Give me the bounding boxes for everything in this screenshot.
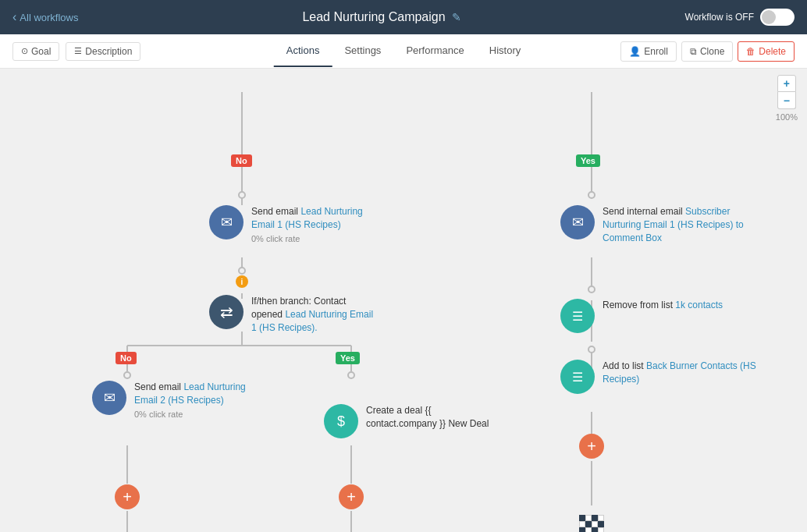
send-internal-label: Send internal email xyxy=(603,206,685,217)
branch-yes-label-1: Yes xyxy=(576,154,600,167)
workflow-title: Lead Nurturing Campaign xyxy=(302,10,445,24)
connector-dot-5 xyxy=(588,346,595,353)
enroll-label: Enroll xyxy=(644,46,668,57)
remove-from-list-link[interactable]: 1k contacts xyxy=(675,300,723,310)
edit-title-icon[interactable]: ✎ xyxy=(452,11,461,23)
enroll-button[interactable]: 👤 Enroll xyxy=(620,41,677,62)
branch-no-label-2: No xyxy=(116,352,137,364)
delete-icon: 🗑 xyxy=(746,46,755,57)
send-email-1-text: Send email Lead Nurturing Email 1 (HS Re… xyxy=(251,205,376,245)
send-email-1-subtext: 0% click rate xyxy=(251,233,376,245)
send-email-1-label: Send email xyxy=(251,206,300,217)
workflow-toggle[interactable] xyxy=(760,9,795,26)
description-label: Description xyxy=(85,46,132,57)
description-icon: ☰ xyxy=(74,46,82,56)
zoom-level: 100% xyxy=(776,112,798,122)
back-label: All workflows xyxy=(20,12,78,23)
clone-icon: ⧉ xyxy=(690,46,697,57)
workflow-status-label: Workflow is OFF xyxy=(685,12,754,23)
header-right: Workflow is OFF xyxy=(685,9,795,26)
connector-dot-3 xyxy=(238,267,246,275)
add-to-list-node[interactable]: ☰ Add to list Back Burner Contacts (HS R… xyxy=(560,360,759,394)
create-deal-label: Create a deal {{ contact.company }} New … xyxy=(366,405,489,429)
end-marker-right xyxy=(579,515,604,532)
workflow-canvas: + − 100% xyxy=(0,69,807,532)
send-email-2-label: Send email xyxy=(134,381,183,392)
branch-no-label-1: No xyxy=(231,154,252,167)
send-email-2-node[interactable]: ✉ Send email Lead Nurturing Email 2 (HS … xyxy=(92,381,259,420)
info-icon[interactable]: i xyxy=(236,275,248,288)
remove-from-list-icon: ☰ xyxy=(560,299,595,333)
send-email-2-text: Send email Lead Nurturing Email 2 (HS Re… xyxy=(134,381,259,420)
enroll-icon: 👤 xyxy=(629,46,641,57)
connector-dot-6 xyxy=(123,371,131,379)
delete-button[interactable]: 🗑 Delete xyxy=(738,41,795,62)
if-then-text: If/then branch: Contact opened Lead Nurt… xyxy=(251,295,376,334)
zoom-in-button[interactable]: + xyxy=(777,75,796,92)
goal-button[interactable]: ⊙ Goal xyxy=(12,42,59,61)
add-step-button-left[interactable]: + xyxy=(115,484,140,509)
send-email-1-node[interactable]: ✉ Send email Lead Nurturing Email 1 (HS … xyxy=(209,205,376,245)
toolbar-tabs: Actions Settings Performance History xyxy=(274,35,534,67)
clone-button[interactable]: ⧉ Clone xyxy=(681,41,733,62)
goal-label: Goal xyxy=(31,46,51,57)
add-step-button-right[interactable]: + xyxy=(579,434,604,459)
if-then-branch-node[interactable]: ⇄ If/then branch: Contact opened Lead Nu… xyxy=(209,295,376,334)
send-email-1-icon: ✉ xyxy=(209,205,244,239)
add-to-list-icon: ☰ xyxy=(560,360,595,394)
header: All workflows Lead Nurturing Campaign ✎ … xyxy=(0,0,807,34)
remove-from-list-text: Remove from list 1k contacts xyxy=(603,299,723,312)
remove-from-list-label: Remove from list xyxy=(603,300,675,310)
send-internal-email-text: Send internal email Subscriber Nurturing… xyxy=(603,205,759,244)
tab-actions[interactable]: Actions xyxy=(274,35,332,67)
clone-label: Clone xyxy=(700,46,724,57)
tab-performance[interactable]: Performance xyxy=(393,35,476,67)
toolbar-right: 👤 Enroll ⧉ Clone 🗑 Delete xyxy=(620,41,795,62)
send-internal-email-node[interactable]: ✉ Send internal email Subscriber Nurturi… xyxy=(560,205,759,244)
add-step-button-center[interactable]: + xyxy=(339,484,364,509)
connector-dot-1 xyxy=(238,191,246,199)
connector-dot-4 xyxy=(588,286,595,293)
toolbar: ⊙ Goal ☰ Description Actions Settings Pe… xyxy=(0,34,807,69)
remove-from-list-node[interactable]: ☰ Remove from list 1k contacts xyxy=(560,299,723,333)
create-deal-text: Create a deal {{ contact.company }} New … xyxy=(366,404,491,431)
connector-dot-2 xyxy=(588,191,595,199)
send-internal-email-icon: ✉ xyxy=(560,205,595,239)
zoom-controls: + − 100% xyxy=(776,75,798,122)
if-then-icon: ⇄ xyxy=(209,295,244,329)
connector-dot-7 xyxy=(347,371,355,379)
tab-history[interactable]: History xyxy=(477,35,533,67)
branch-yes-label-2: Yes xyxy=(336,352,360,364)
create-deal-node[interactable]: $ Create a deal {{ contact.company }} Ne… xyxy=(324,404,491,438)
tab-settings[interactable]: Settings xyxy=(332,35,393,67)
toolbar-left: ⊙ Goal ☰ Description xyxy=(12,42,140,61)
zoom-out-button[interactable]: − xyxy=(777,92,796,109)
add-to-list-text: Add to list Back Burner Contacts (HS Rec… xyxy=(603,360,759,386)
goal-icon: ⊙ xyxy=(21,46,28,56)
create-deal-icon: $ xyxy=(324,404,358,438)
send-email-2-icon: ✉ xyxy=(92,381,126,415)
delete-label: Delete xyxy=(759,46,786,57)
header-title-container: Lead Nurturing Campaign ✎ xyxy=(302,10,460,24)
add-to-list-label: Add to list xyxy=(603,360,646,371)
description-button[interactable]: ☰ Description xyxy=(66,42,140,61)
send-email-2-subtext: 0% click rate xyxy=(134,409,259,420)
back-button[interactable]: All workflows xyxy=(12,10,78,24)
